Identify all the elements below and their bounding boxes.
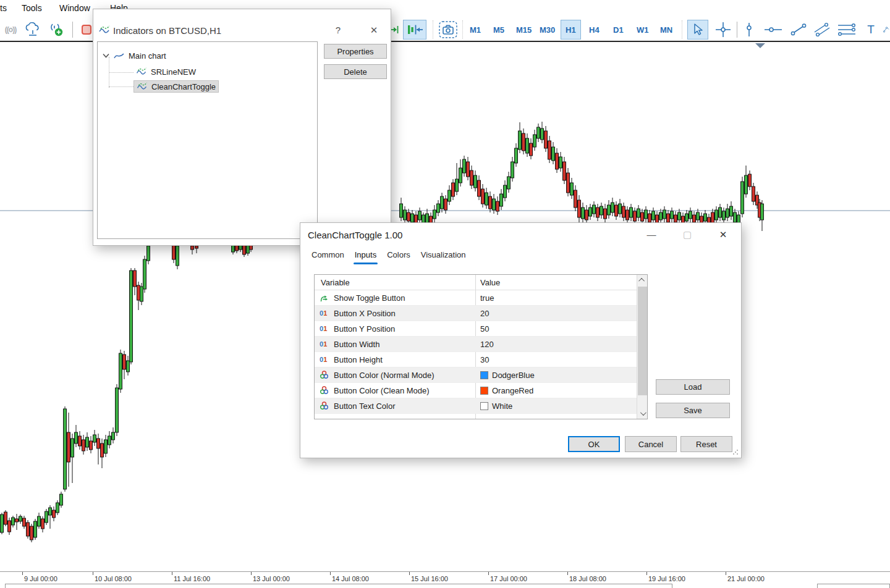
axis-label: 13 Jul 00:00 bbox=[253, 575, 290, 582]
cloud-upload-icon[interactable] bbox=[23, 20, 42, 40]
cancel-button[interactable]: Cancel bbox=[625, 436, 677, 452]
tab-visualization[interactable]: Visualization bbox=[421, 250, 466, 263]
tab-colors[interactable]: Colors bbox=[387, 250, 410, 263]
param-name: Show Toggle Button bbox=[334, 293, 405, 303]
tree-item-main-chart[interactable]: Main chart bbox=[103, 49, 166, 62]
param-row[interactable]: 01 Button Height 30 bbox=[315, 352, 647, 368]
close-icon[interactable]: ✕ bbox=[717, 229, 729, 240]
menu-item-window[interactable]: Window bbox=[59, 3, 90, 13]
param-value: White bbox=[492, 401, 512, 411]
param-row[interactable]: Button Color (Normal Mode) DodgerBlue bbox=[315, 368, 647, 383]
fibonacci-icon[interactable] bbox=[836, 20, 858, 40]
param-value: DodgerBlue bbox=[492, 371, 535, 380]
param-value: 20 bbox=[480, 309, 489, 318]
axis-tick bbox=[646, 572, 647, 575]
param-row[interactable]: 01 Button Width 120 bbox=[315, 337, 647, 352]
resize-grip[interactable] bbox=[732, 449, 739, 455]
load-button[interactable]: Load bbox=[656, 379, 730, 395]
delete-button[interactable]: Delete bbox=[324, 64, 387, 79]
param-row[interactable]: Show Toggle Button true bbox=[315, 290, 647, 306]
axis-label: 17 Jul 00:00 bbox=[490, 575, 527, 582]
color-icon bbox=[320, 370, 332, 380]
indicators-dialog: Indicators on BTCUSD,H1 ? ✕ Main chart S… bbox=[93, 9, 391, 246]
param-row[interactable]: 01 Button Font Size 10 bbox=[315, 414, 647, 419]
tab-inputs[interactable]: Inputs bbox=[355, 250, 376, 263]
timeframe-mn[interactable]: MN bbox=[656, 20, 677, 40]
tab-common[interactable]: Common bbox=[312, 250, 344, 263]
indicator-icon bbox=[137, 82, 148, 91]
axis-tick bbox=[22, 572, 23, 575]
scrollbar-thumb[interactable] bbox=[638, 287, 647, 395]
axis-label: 18 Jul 08:00 bbox=[569, 575, 606, 582]
axis-label: 19 Jul 16:00 bbox=[648, 575, 685, 582]
signal-add-icon[interactable] bbox=[47, 20, 67, 40]
vertical-line-icon[interactable] bbox=[740, 20, 758, 40]
header-variable: Variable bbox=[321, 278, 350, 287]
timeframe-m30[interactable]: M30 bbox=[535, 20, 559, 40]
color-swatch bbox=[480, 371, 488, 379]
tree-item-srlinenew[interactable]: SRLineNEW bbox=[136, 65, 196, 78]
bottom-panel[interactable] bbox=[817, 584, 890, 588]
timeframe-h1[interactable]: H1 bbox=[561, 20, 581, 40]
axis-label: 9 Jul 00:00 bbox=[24, 575, 57, 582]
ok-button[interactable]: OK bbox=[568, 436, 620, 452]
timeframe-m5[interactable]: M5 bbox=[489, 20, 509, 40]
scroll-up-icon[interactable] bbox=[637, 275, 648, 285]
param-row[interactable]: 01 Button X Position 20 bbox=[315, 306, 647, 321]
properties-button[interactable]: Properties bbox=[324, 44, 387, 59]
toolbar-separator bbox=[72, 22, 73, 38]
channel-icon[interactable] bbox=[812, 20, 832, 40]
maximize-icon[interactable]: ▢ bbox=[681, 229, 693, 240]
timeframe-w1[interactable]: W1 bbox=[632, 20, 653, 40]
table-header: Variable Value bbox=[315, 275, 647, 290]
minimize-icon[interactable]: — bbox=[645, 229, 658, 240]
param-name: Button Font Size bbox=[334, 417, 393, 419]
toolbar-separator bbox=[737, 22, 737, 38]
screenshot-camera-icon[interactable] bbox=[438, 20, 459, 40]
inputs-table: Variable Value Show Toggle Button true 0… bbox=[314, 274, 648, 419]
timeframe-m1[interactable]: M1 bbox=[465, 20, 485, 40]
timeframe-m15[interactable]: M15 bbox=[512, 20, 536, 40]
axis-label: 21 Jul 00:00 bbox=[727, 575, 765, 582]
trendline-icon[interactable] bbox=[788, 20, 809, 40]
param-row[interactable]: 01 Button Y Position 50 bbox=[315, 321, 647, 337]
bottom-panel[interactable] bbox=[5, 584, 672, 588]
reset-button[interactable]: Reset bbox=[680, 436, 732, 452]
param-row[interactable]: Button Text Color White bbox=[315, 398, 647, 414]
crosshair-icon[interactable] bbox=[712, 20, 734, 40]
table-scrollbar[interactable] bbox=[637, 275, 647, 419]
tree-connector bbox=[109, 86, 134, 87]
color-icon bbox=[320, 401, 332, 411]
param-name: Button Y Position bbox=[334, 324, 395, 334]
tree-item-label: CleanChartToggle bbox=[151, 82, 216, 91]
tree-item-cleancharttoggle-selected[interactable]: CleanChartToggle bbox=[134, 80, 219, 93]
toolbar-separator bbox=[682, 20, 682, 39]
tab-bar: Common Inputs Colors Visualization bbox=[312, 250, 466, 263]
timeframe-d1[interactable]: D1 bbox=[609, 20, 628, 40]
save-button[interactable]: Save bbox=[656, 403, 730, 418]
chart-shift-icon[interactable] bbox=[403, 20, 426, 40]
chevron-down-icon bbox=[103, 53, 109, 58]
param-row[interactable]: Button Color (Clean Mode) OrangeRed bbox=[315, 383, 647, 398]
text-tool-icon[interactable]: T bbox=[862, 20, 879, 40]
menu-item-partial[interactable]: ts bbox=[0, 3, 7, 13]
scroll-down-icon[interactable] bbox=[637, 408, 648, 419]
broadcast-icon[interactable]: ((o)) bbox=[1, 20, 20, 40]
axis-tick bbox=[567, 572, 568, 575]
axis-tick bbox=[172, 572, 172, 575]
integer-icon: 01 bbox=[320, 416, 332, 419]
integer-icon: 01 bbox=[320, 339, 332, 349]
shapes-icon[interactable] bbox=[883, 20, 890, 40]
param-value: 10 bbox=[480, 417, 489, 419]
help-button[interactable]: ? bbox=[332, 25, 344, 35]
axis-tick bbox=[93, 572, 93, 575]
horizontal-line-icon[interactable] bbox=[763, 20, 784, 40]
cursor-icon[interactable] bbox=[687, 20, 708, 40]
properties-dialog: CleanChartToggle 1.00 — ▢ ✕ Common Input… bbox=[300, 222, 742, 458]
close-icon[interactable]: ✕ bbox=[368, 25, 380, 36]
color-swatch bbox=[480, 402, 488, 410]
param-value: 120 bbox=[480, 340, 494, 349]
toggle-icon bbox=[320, 293, 332, 303]
timeframe-h4[interactable]: H4 bbox=[585, 20, 604, 40]
menu-item-tools[interactable]: Tools bbox=[22, 3, 42, 13]
